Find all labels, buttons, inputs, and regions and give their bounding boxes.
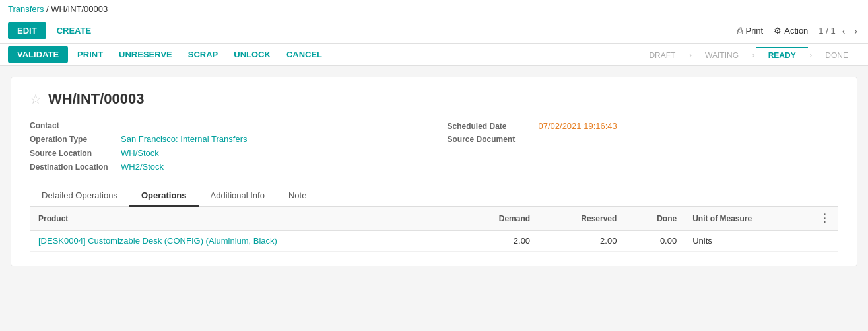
tab-additional-info[interactable]: Additional Info bbox=[199, 185, 277, 207]
edit-button[interactable]: EDIT bbox=[8, 22, 46, 39]
form-left: Contact Operation Type San Francisco: In… bbox=[30, 121, 421, 172]
cell-done: 0.00 bbox=[624, 231, 684, 252]
cell-demand: 2.00 bbox=[459, 231, 538, 252]
source-location-field: Source Location WH/Stock bbox=[30, 148, 421, 158]
operation-type-field: Operation Type San Francisco: Internal T… bbox=[30, 134, 421, 144]
source-document-field: Source Document bbox=[448, 135, 839, 144]
record-name: WH/INT/00003 bbox=[48, 91, 145, 108]
scrap-button[interactable]: SCRAP bbox=[182, 46, 225, 63]
unreserve-button[interactable]: UNRESERVE bbox=[112, 46, 179, 63]
col-header-uom: Unit of Measure bbox=[684, 207, 811, 231]
toolbar1-right: ⎙ Print ⚙ Action 1 / 1 ‹ › bbox=[737, 24, 860, 38]
cancel-button[interactable]: CANCEL bbox=[280, 46, 329, 63]
col-header-product: Product bbox=[30, 207, 459, 231]
operations-table-container: Product Demand Reserved Done Unit of Mea bbox=[30, 207, 838, 252]
status-done: DONE bbox=[813, 47, 860, 63]
status-arrow-1: › bbox=[687, 50, 693, 60]
validate-button[interactable]: VALIDATE bbox=[8, 46, 68, 63]
status-waiting: WAITING bbox=[693, 47, 751, 63]
operations-table: Product Demand Reserved Done Unit of Mea bbox=[30, 207, 838, 252]
status-arrow-2: › bbox=[751, 50, 756, 60]
contact-field: Contact bbox=[30, 121, 421, 130]
cell-product[interactable]: [DESK0004] Customizable Desk (CONFIG) (A… bbox=[30, 231, 459, 252]
tab-operations[interactable]: Operations bbox=[129, 185, 199, 207]
source-location-value[interactable]: WH/Stock bbox=[121, 148, 159, 158]
pagination: 1 / 1 ‹ › bbox=[818, 24, 860, 38]
cell-reserved: 2.00 bbox=[538, 231, 624, 252]
breadcrumb-parent[interactable]: Transfers bbox=[8, 4, 44, 14]
table-row: [DESK0004] Customizable Desk (CONFIG) (A… bbox=[30, 231, 838, 252]
source-document-label: Source Document bbox=[448, 135, 533, 144]
prev-button[interactable]: ‹ bbox=[840, 24, 848, 38]
tab-note[interactable]: Note bbox=[277, 185, 318, 207]
unlock-button[interactable]: UNLOCK bbox=[227, 46, 277, 63]
toolbar-row2: VALIDATE PRINT UNRESERVE SCRAP UNLOCK CA… bbox=[0, 44, 868, 66]
scheduled-date-value: 07/02/2021 19:16:43 bbox=[539, 121, 617, 131]
scheduled-date-field: Scheduled Date 07/02/2021 19:16:43 bbox=[448, 121, 839, 131]
toolbar-row1: EDIT CREATE ⎙ Print ⚙ Action 1 / 1 ‹ › bbox=[0, 18, 868, 44]
destination-location-value[interactable]: WH2/Stock bbox=[121, 162, 164, 172]
table-header-row: Product Demand Reserved Done Unit of Mea bbox=[30, 207, 838, 231]
operation-type-value[interactable]: San Francisco: Internal Transfers bbox=[121, 134, 247, 144]
col-header-reserved: Reserved bbox=[538, 207, 624, 231]
breadcrumb-separator: / bbox=[46, 4, 49, 14]
tab-detailed-operations[interactable]: Detailed Operations bbox=[30, 185, 129, 207]
table-actions-icon[interactable]: ⋮ bbox=[819, 213, 830, 224]
action-label: Action bbox=[784, 26, 808, 36]
source-location-label: Source Location bbox=[30, 149, 116, 158]
form-fields-row: Contact Operation Type San Francisco: In… bbox=[30, 121, 838, 172]
gear-icon: ⚙ bbox=[774, 26, 782, 36]
operation-type-label: Operation Type bbox=[30, 135, 116, 144]
col-header-done: Done bbox=[624, 207, 684, 231]
status-bar: DRAFT › WAITING › READY › DONE bbox=[637, 47, 860, 63]
destination-location-field: Destination Location WH2/Stock bbox=[30, 162, 421, 172]
main-content: ☆ WH/INT/00003 Contact Operation Type Sa… bbox=[0, 66, 868, 277]
favorite-star-icon[interactable]: ☆ bbox=[30, 91, 42, 107]
toolbar-print-button[interactable]: PRINT bbox=[71, 46, 110, 63]
print-label: Print bbox=[745, 26, 763, 36]
scheduled-date-label: Scheduled Date bbox=[448, 122, 533, 131]
breadcrumb-current: WH/INT/00003 bbox=[51, 4, 108, 14]
tabs: Detailed Operations Operations Additiona… bbox=[30, 185, 838, 207]
destination-location-label: Destination Location bbox=[30, 163, 116, 172]
next-button[interactable]: › bbox=[851, 24, 860, 38]
create-button[interactable]: CREATE bbox=[51, 22, 96, 39]
breadcrumb: Transfers / WH/INT/00003 bbox=[0, 0, 868, 18]
cell-uom: Units bbox=[684, 231, 811, 252]
action-button[interactable]: ⚙ Action bbox=[774, 26, 808, 36]
print-button[interactable]: ⎙ Print bbox=[737, 26, 763, 36]
col-header-actions: ⋮ bbox=[811, 207, 838, 231]
status-arrow-3: › bbox=[808, 50, 814, 60]
contact-label: Contact bbox=[30, 121, 116, 130]
status-ready: READY bbox=[756, 47, 808, 63]
pagination-text: 1 / 1 bbox=[818, 26, 835, 36]
form-card: ☆ WH/INT/00003 Contact Operation Type Sa… bbox=[11, 77, 857, 266]
form-right: Scheduled Date 07/02/2021 19:16:43 Sourc… bbox=[448, 121, 839, 172]
cell-row-actions bbox=[811, 231, 838, 252]
record-title-row: ☆ WH/INT/00003 bbox=[30, 91, 838, 108]
col-header-demand: Demand bbox=[459, 207, 538, 231]
status-draft: DRAFT bbox=[637, 47, 687, 63]
print-icon: ⎙ bbox=[737, 26, 743, 36]
